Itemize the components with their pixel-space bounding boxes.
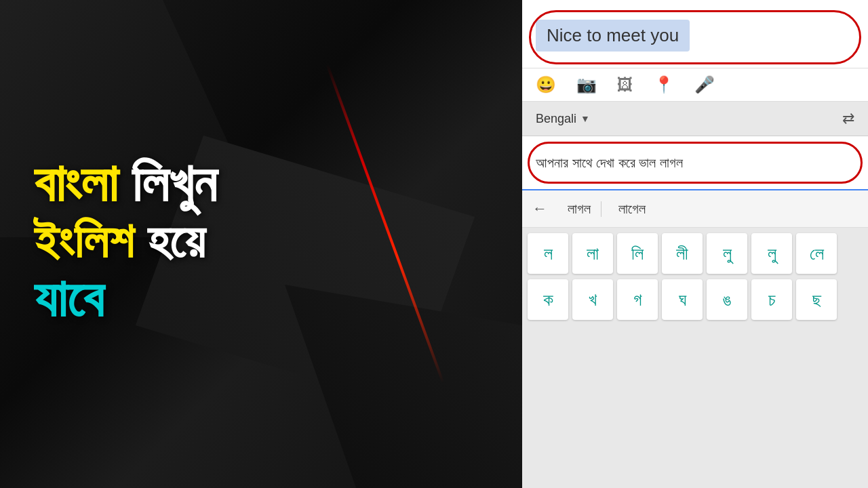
line-2: ইংলিশ হয়ে xyxy=(34,216,488,265)
input-text[interactable]: Nice to meet you xyxy=(536,20,690,52)
translation-text: আপনার সাথে দেখা করে ভাল লাগল xyxy=(536,155,683,171)
key-লু2[interactable]: লু xyxy=(751,233,792,274)
key-গ[interactable]: গ xyxy=(617,279,658,320)
key-খ[interactable]: খ xyxy=(572,279,613,320)
bengali-keyboard: ল লা লি লী লু লু লে ক খ গ ঘ ঙ চ ছ xyxy=(522,228,868,488)
location-icon[interactable]: 📍 xyxy=(654,75,674,94)
translation-area: আপনার সাথে দেখা করে ভাল লাগল xyxy=(522,136,868,190)
language-label: Bengali xyxy=(536,112,576,126)
line1-white: লিখুন xyxy=(132,157,217,209)
key-লু[interactable]: লু xyxy=(707,233,747,274)
switch-language-icon[interactable]: ⇄ xyxy=(842,110,854,127)
camera-icon[interactable]: 📷 xyxy=(576,75,597,94)
key-লা[interactable]: লা xyxy=(572,233,613,274)
line2-white: হয়ে xyxy=(147,216,205,265)
keyboard-row-2: ক খ গ ঘ ঙ চ ছ xyxy=(528,279,863,320)
language-dropdown-icon[interactable]: ▼ xyxy=(580,113,590,124)
back-arrow-icon[interactable]: ← xyxy=(532,200,547,218)
key-ঙ[interactable]: ঙ xyxy=(707,279,747,320)
line-1: বাংলা লিখুন xyxy=(34,157,488,209)
left-panel: বাংলা লিখুন ইংলিশ হয়ে যাবে xyxy=(0,0,522,488)
language-bar: Bengali ▼ ⇄ xyxy=(522,102,868,136)
line1-yellow: বাংলা xyxy=(34,157,118,209)
emoji-icon[interactable]: 😀 xyxy=(536,75,556,94)
mic-icon[interactable]: 🎤 xyxy=(694,75,715,94)
key-ছ[interactable]: ছ xyxy=(796,279,837,320)
key-ক[interactable]: ক xyxy=(528,279,568,320)
key-লে[interactable]: লে xyxy=(796,233,837,274)
suggestions-row: ← লাগল লাগেল xyxy=(522,190,868,228)
key-চ[interactable]: চ xyxy=(751,279,792,320)
image-icon[interactable]: 🖼 xyxy=(617,75,633,94)
keyboard-row-1: ল লা লি লী লু লু লে xyxy=(528,233,863,274)
suggestion-2[interactable]: লাগেল xyxy=(608,201,656,217)
key-লী[interactable]: লী xyxy=(662,233,703,274)
right-panel: Nice to meet you 😀 📷 🖼 📍 🎤 Bengali ▼ ⇄ আ… xyxy=(522,0,868,488)
key-লি[interactable]: লি xyxy=(617,233,658,274)
key-ঘ[interactable]: ঘ xyxy=(662,279,703,320)
keyboard-toolbar: 😀 📷 🖼 📍 🎤 xyxy=(522,68,868,102)
key-ল[interactable]: ল xyxy=(528,233,568,274)
left-content: বাংলা লিখুন ইংলিশ হয়ে যাবে xyxy=(34,157,488,331)
line3-cyan: যাবে xyxy=(34,272,104,325)
language-selector[interactable]: Bengali ▼ xyxy=(536,112,590,126)
line-3: যাবে xyxy=(34,272,488,325)
line2-yellow: ইংলিশ xyxy=(34,216,134,265)
input-area: Nice to meet you xyxy=(522,0,868,68)
suggestion-1[interactable]: লাগল xyxy=(557,201,601,217)
